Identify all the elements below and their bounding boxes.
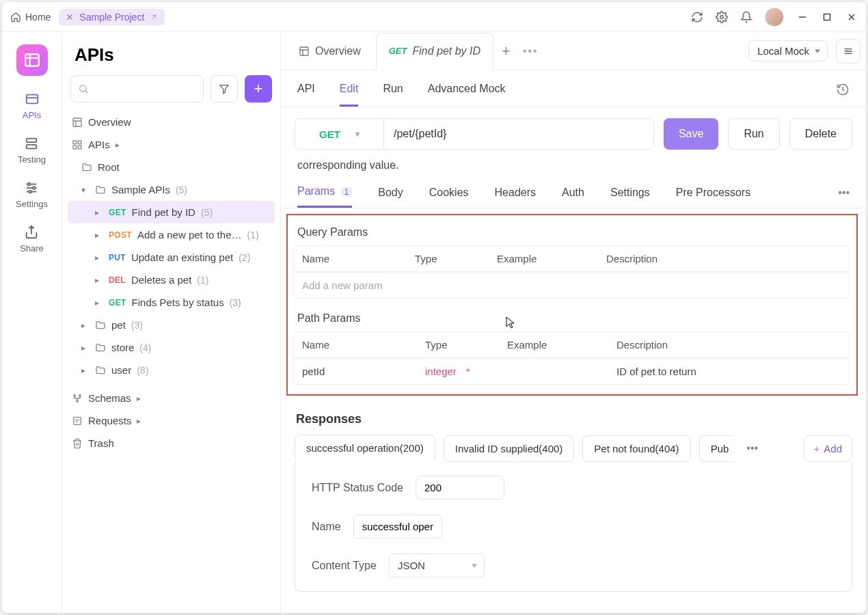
save-button[interactable]: Save [664,118,718,150]
inner-tab-run[interactable]: Run [383,83,403,107]
project-tab-label: Sample Project [79,12,144,23]
sidebar-apis-group[interactable]: APIs ▸ [62,133,280,156]
sidebar-folder-sample-apis[interactable]: ▾ Sample APIs (5) [62,178,280,201]
rail-item-settings[interactable]: Settings [16,180,48,209]
status-code-input[interactable] [416,476,504,500]
sidebar-api-add-pet[interactable]: ▸ POST Add a new pet to the… (1) [62,223,280,246]
svg-line-19 [85,91,87,93]
sidebar-overview[interactable]: Overview [62,111,280,133]
chevron-right-icon: ▸ [137,394,145,403]
sidebar-folder-store[interactable]: ▸ store (4) [62,336,280,359]
more-icon[interactable]: ••• [838,187,850,207]
param-tab-params[interactable]: Params 1 [297,185,352,208]
svg-rect-5 [25,54,39,66]
param-tab-cookies[interactable]: Cookies [429,187,469,207]
inner-tab-api[interactable]: API [297,83,315,107]
doc-tab-find-pet[interactable]: GET Find pet by ID [376,33,493,70]
project-tab[interactable]: ✕ Sample Project [59,9,165,25]
trash-icon [72,438,83,449]
search-input[interactable] [70,75,204,102]
sidebar-folder-pet[interactable]: ▸ pet (3) [62,314,280,336]
method-badge: GET [109,208,126,217]
svg-rect-26 [73,146,77,149]
col-name: Name [302,339,425,351]
add-tab-icon[interactable]: + [502,42,511,60]
response-tab-truncated[interactable]: Pub [699,435,735,462]
response-tab-404[interactable]: Pet not found(404) [582,435,690,462]
field-label: Content Type [312,560,377,572]
svg-rect-10 [27,139,37,143]
param-tabs: Params 1 Body Cookies Headers Auth Setti… [281,178,866,208]
response-name-input[interactable] [353,515,442,538]
sidebar-trash[interactable]: Trash [62,432,280,454]
url-input[interactable] [384,119,653,149]
doc-tab-label: Find pet by ID [412,45,480,57]
response-tabs: successful operation(200) Invalid ID sup… [281,435,866,462]
sidebar-api-find-by-status[interactable]: ▸ GET Finds Pets by status (3) [62,291,280,314]
inner-tab-advanced-mock[interactable]: Advanced Mock [428,83,506,107]
param-tab-body[interactable]: Body [378,187,403,207]
sidebar-api-delete-pet[interactable]: ▸ DEL Deletes a pet (1) [62,269,280,291]
apis-group-label: APIs [88,139,110,150]
sidebar-schemas[interactable]: Schemas ▸ [62,387,280,409]
panel-menu-button[interactable] [836,39,860,64]
method-select[interactable]: GET ▾ [295,119,384,149]
sidebar-api-find-pet[interactable]: ▸ GET Find pet by ID (5) [68,201,275,223]
svg-rect-25 [78,141,81,144]
param-tab-headers[interactable]: Headers [495,187,536,207]
field-label: HTTP Status Code [312,482,403,494]
add-param-row[interactable]: Add a new param [294,272,849,298]
more-icon[interactable]: ••• [523,45,539,57]
app-logo[interactable] [16,44,48,76]
folder-icon [95,365,106,376]
doc-tab-label: Overview [315,45,361,57]
path-param-row[interactable]: petId integer * ID of pet to return [294,358,849,384]
rail-item-testing[interactable]: Testing [18,135,46,165]
inner-tab-edit[interactable]: Edit [340,83,359,107]
svg-point-17 [29,191,32,193]
rail-item-apis[interactable]: APIs [23,91,41,120]
chevron-right-icon: ▸ [95,208,103,217]
param-tab-auth[interactable]: Auth [562,187,584,207]
gear-icon[interactable] [716,11,728,23]
close-icon[interactable]: ✕ [66,12,74,23]
sidebar-api-update-pet[interactable]: ▸ PUT Update an existing pet (2) [62,246,280,269]
bell-icon[interactable] [740,11,752,23]
folder-count: (5) [176,184,187,195]
folder-count: (4) [139,342,151,353]
refresh-icon[interactable] [691,11,703,23]
chevron-down-icon: ▾ [355,129,360,139]
sidebar-folder-root[interactable]: Root [62,156,280,178]
filter-button[interactable] [211,75,238,102]
content: Overview GET Find pet by ID + ••• Local … [281,32,866,613]
sidebar-requests[interactable]: Requests ▸ [62,409,280,432]
add-button[interactable]: + [245,75,272,102]
doc-tab-overview[interactable]: Overview [286,32,373,70]
sidebar-folder-user[interactable]: ▸ user (8) [62,359,280,381]
rail-item-share[interactable]: Share [20,224,44,254]
close-window-icon[interactable] [845,11,858,23]
history-icon[interactable] [836,83,850,107]
folder-label: user [111,364,131,376]
content-type-select[interactable]: JSON [389,554,485,577]
api-label: Finds Pets by status [132,297,224,308]
table-header: Name Type Example Description [294,246,849,272]
more-icon[interactable]: ••• [742,442,762,454]
col-type: Type [425,339,507,351]
response-tab-400[interactable]: Invalid ID supplied(400) [444,435,575,462]
add-response-button[interactable]: + Add [804,435,852,462]
home-tab[interactable]: Home [10,12,51,23]
param-tab-settings[interactable]: Settings [610,187,650,207]
avatar[interactable] [765,8,784,27]
minimize-icon[interactable] [796,11,809,23]
svg-point-30 [77,400,79,402]
svg-rect-24 [73,141,77,144]
run-button[interactable]: Run [728,118,779,150]
environment-select[interactable]: Local Mock [748,40,828,62]
delete-button[interactable]: Delete [789,118,852,150]
response-tab-200[interactable]: successful operation(200) [295,435,435,462]
svg-point-15 [28,183,31,186]
maximize-icon[interactable] [821,11,833,23]
settings-icon [23,180,40,196]
param-tab-pre-processors[interactable]: Pre Processors [676,187,750,207]
